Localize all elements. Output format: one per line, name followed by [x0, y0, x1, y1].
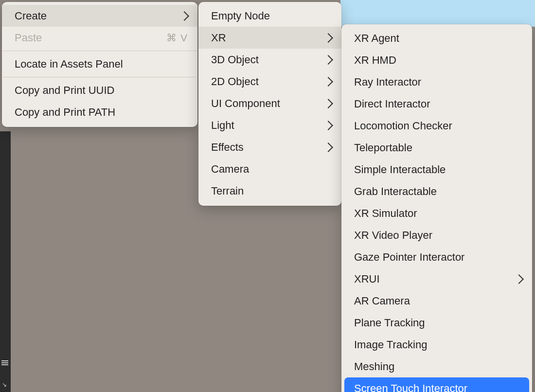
- menu-separator: [3, 51, 196, 51]
- menu-item-label: Copy and Print PATH: [15, 105, 188, 119]
- left-toolbar: ↘: [0, 131, 11, 392]
- menu-item-label: XR Agent: [354, 31, 522, 45]
- menu-item-locomotion-checker[interactable]: Locomotion Checker: [341, 115, 532, 137]
- menu-item-copy-uuid[interactable]: Copy and Print UUID: [2, 79, 197, 101]
- menu-item-xr-hmd[interactable]: XR HMD: [341, 49, 532, 71]
- menu-item-xr-simulator[interactable]: XR Simulator: [341, 202, 532, 224]
- menu-item-label: Create: [15, 9, 172, 23]
- menu-item-direct-interactor[interactable]: Direct Interactor: [341, 93, 532, 115]
- chevron-right-icon: [323, 121, 333, 130]
- menu-item-gaze-pointer-interactor[interactable]: Gaze Pointer Interactor: [341, 246, 532, 268]
- menu-item-teleportable[interactable]: Teleportable: [341, 137, 532, 159]
- menu-item-label: Plane Tracking: [354, 316, 522, 330]
- menu-item-label: Image Tracking: [354, 338, 522, 352]
- menu-item-copy-path[interactable]: Copy and Print PATH: [2, 101, 197, 123]
- menu-separator: [3, 77, 196, 77]
- menu-item-3d-object[interactable]: 3D Object: [198, 49, 341, 71]
- menu-item-ar-camera[interactable]: AR Camera: [341, 290, 532, 312]
- menu-item-paste: Paste ⌘ V: [2, 27, 197, 49]
- menu-item-effects[interactable]: Effects: [198, 136, 341, 158]
- chevron-right-icon: [514, 274, 524, 284]
- menu-item-label: XR Video Player: [354, 228, 522, 242]
- menu-item-grab-interactable[interactable]: Grab Interactable: [341, 180, 532, 202]
- menu-item-empty-node[interactable]: Empty Node: [198, 5, 341, 27]
- menu-item-label: Empty Node: [211, 9, 332, 23]
- menu-item-label: Locomotion Checker: [354, 119, 522, 133]
- menu-item-label: XRUI: [354, 272, 507, 286]
- menu-item-label: Light: [211, 118, 316, 132]
- toolbar-arrow-icon[interactable]: ↘: [2, 381, 7, 388]
- menu-item-xr-video-player[interactable]: XR Video Player: [341, 224, 532, 246]
- menu-item-label: Meshing: [354, 359, 522, 374]
- menu-item-create[interactable]: Create: [2, 5, 197, 27]
- menu-item-light[interactable]: Light: [198, 114, 341, 136]
- shortcut-label: ⌘ V: [166, 31, 188, 45]
- menu-item-meshing[interactable]: Meshing: [341, 356, 532, 377]
- hamburger-icon[interactable]: [1, 359, 8, 365]
- menu-item-label: Simple Interactable: [354, 162, 522, 177]
- menu-item-label: XR HMD: [354, 53, 522, 67]
- menu-item-label: Screen Touch Interactor: [354, 381, 522, 392]
- chevron-right-icon: [323, 33, 333, 43]
- chevron-right-icon: [179, 11, 189, 21]
- menu-item-xr-agent[interactable]: XR Agent: [341, 27, 532, 49]
- menu-item-label: XR: [211, 31, 316, 45]
- menu-item-label: XR Simulator: [354, 206, 522, 220]
- menu-item-label: Gaze Pointer Interactor: [354, 250, 522, 264]
- menu-item-2d-object[interactable]: 2D Object: [198, 71, 341, 92]
- menu-item-terrain[interactable]: Terrain: [198, 180, 341, 202]
- menu-item-label: Terrain: [211, 184, 332, 198]
- menu-item-camera[interactable]: Camera: [198, 158, 341, 180]
- chevron-right-icon: [323, 99, 333, 108]
- menu-item-label: AR Camera: [354, 294, 522, 308]
- menu-item-label: Copy and Print UUID: [15, 83, 188, 97]
- menu-item-label: Effects: [211, 140, 316, 154]
- chevron-right-icon: [323, 77, 333, 87]
- menu-item-label: 2D Object: [211, 74, 316, 89]
- menu-item-label: Ray Interactor: [354, 75, 522, 89]
- menu-item-plane-tracking[interactable]: Plane Tracking: [341, 312, 532, 334]
- menu-item-image-tracking[interactable]: Image Tracking: [341, 334, 532, 356]
- xr-submenu[interactable]: XR Agent XR HMD Ray Interactor Direct In…: [341, 24, 532, 392]
- menu-item-label: Paste: [15, 31, 166, 45]
- top-blue-strip: [340, 0, 535, 27]
- chevron-right-icon: [323, 55, 333, 65]
- menu-item-label: Direct Interactor: [354, 97, 522, 111]
- context-menu[interactable]: Create Paste ⌘ V Locate in Assets Panel …: [2, 2, 197, 127]
- menu-item-label: Camera: [211, 162, 332, 176]
- menu-item-ui-component[interactable]: UI Component: [198, 92, 341, 114]
- menu-item-label: Teleportable: [354, 141, 522, 155]
- menu-item-xr[interactable]: XR: [198, 27, 341, 49]
- menu-item-label: Locate in Assets Panel: [15, 57, 188, 71]
- menu-item-label: UI Component: [211, 96, 316, 110]
- chevron-right-icon: [323, 143, 333, 152]
- menu-item-xrui[interactable]: XRUI: [341, 268, 532, 290]
- menu-item-label: 3D Object: [211, 53, 316, 67]
- menu-item-ray-interactor[interactable]: Ray Interactor: [341, 71, 532, 93]
- menu-item-screen-touch-interactor[interactable]: Screen Touch Interactor: [344, 377, 529, 392]
- menu-item-simple-interactable[interactable]: Simple Interactable: [341, 159, 532, 180]
- create-submenu[interactable]: Empty Node XR 3D Object 2D Object UI Com…: [198, 2, 341, 206]
- menu-item-label: Grab Interactable: [354, 184, 522, 198]
- menu-item-locate-in-assets[interactable]: Locate in Assets Panel: [2, 53, 197, 75]
